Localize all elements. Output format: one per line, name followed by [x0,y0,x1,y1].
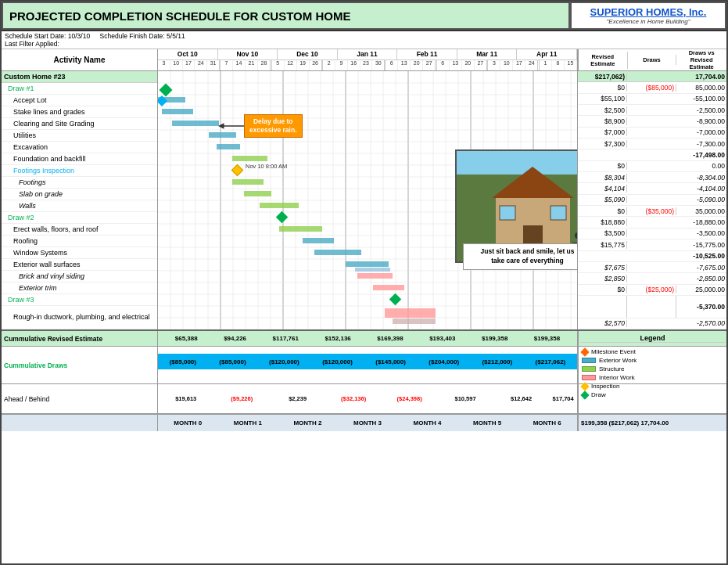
row-utilities: Utilities [2,130,157,142]
row-foundation: Foundation and backfill [2,153,157,165]
row-rough-in: Rough-in ductwork, plumbing, and electri… [2,306,157,329]
cum-val-0: $65,388 [175,335,198,342]
svg-rect-84 [550,206,566,220]
company-name: SUPERIOR HOMES, Inc. [590,6,707,18]
month-nov: Nov 10 [218,49,278,59]
legend-structure: Structure [599,365,624,372]
cum-val-5: $193,403 [429,335,455,342]
svg-rect-61 [209,132,236,138]
footer-month3: MONTH 3 [353,419,382,426]
legend-milestone: Milestone Event [591,348,636,355]
legend-title: Legend [580,334,725,343]
svg-rect-74 [385,308,436,318]
draws-vs-revised-header: Draws vsRevisedEstimate [676,48,726,72]
row-draw1: Draw #1 [2,83,157,95]
cum-val-3: $152,136 [325,335,350,342]
svg-rect-71 [355,268,390,272]
cum-val-2: $117,761 [273,335,299,342]
month-oct: Oct 10 [158,49,218,59]
row-draw3: Draw #3 [2,294,157,306]
svg-rect-69 [314,250,361,255]
company-tagline: "Excellence in Home Building" [606,18,690,25]
row-ext-trim: Exterior trim [2,282,157,294]
svg-rect-59 [162,109,193,114]
footer-month0: MONTH 0 [174,419,202,426]
row-windows: Window Systems [2,247,157,259]
month-feb: Feb 11 [397,49,457,59]
cumulative-label: Cummulative Revised Estimate [2,331,158,346]
company-header: SUPERIOR HOMES, Inc. "Excellence in Home… [570,2,726,30]
cum-val-1: $94,226 [224,335,246,342]
svg-rect-72 [357,273,393,279]
footer-month4: MONTH 4 [414,419,442,426]
row-erect: Erect walls, floors, and roof [2,224,157,236]
legend-interior: Interior Work [599,374,635,381]
row-draw2: Draw #2 [2,212,157,224]
svg-rect-65 [244,191,271,196]
row-accept-lot: Accept Lot [2,95,157,106]
svg-rect-63 [232,156,267,161]
cum-val-4: $169,398 [377,335,403,342]
month-dec: Dec 10 [278,49,338,59]
callout-smile: Just sit back and smile, let ustake care… [463,243,578,270]
svg-rect-58 [158,97,185,103]
footer-month1: MONTH 1 [234,419,262,426]
row-slab: Slab on grade [2,189,157,200]
row-clearing: Clearing and Site Grading [2,118,157,130]
row-excavation: Excavation [2,142,157,153]
row-footings-inspection: Footings Inspection [2,165,157,177]
last-filter: Last Filter Applied: [5,40,59,48]
svg-rect-60 [172,121,219,126]
svg-rect-62 [217,144,240,149]
activity-name-header: Activity Name [2,49,158,70]
footer-totals: $199,358 ($217,062) 17,704.00 [578,415,726,431]
revised-estimate-header: RevisedEstimate [579,52,628,69]
legend-exterior: Exterior Work [599,357,637,364]
svg-rect-68 [303,238,334,243]
month-jan: Jan 11 [338,49,398,59]
draws-header: Draws [628,55,677,65]
svg-rect-83 [500,206,515,220]
footings-inspection-label: Nov 10 8:00 AM [246,163,287,170]
footer-month2: MONTH 2 [293,419,321,426]
svg-rect-64 [232,179,264,185]
row-brick: Brick and vinyl siding [2,271,157,282]
svg-rect-67 [279,226,322,232]
cum-val-6: $199,358 [482,335,507,342]
page-title: PROJECTED COMPLETION SCHEDULE FOR CUSTOM… [2,2,570,30]
footer-month5: MONTH 5 [473,419,501,426]
val-custom-revised: $217,062) [578,73,627,81]
footer-month6: MONTH 6 [533,419,561,426]
svg-rect-73 [373,285,404,290]
row-footings: Footings [2,177,157,189]
schedule-finish: Schedule Finish Date: 5/5/11 [100,32,185,40]
row-walls: Walls [2,200,157,212]
row-exterior-wall: Exterior wall surfaces [2,259,157,271]
cum-val-7: $199,358 [534,335,560,342]
svg-rect-66 [260,203,299,208]
month-mar: Mar 11 [457,49,518,59]
legend-box: Milestone Event Exterior Work Structure … [578,347,726,383]
schedule-dates: Schedule Start Date: 10/3/10 [5,32,90,40]
row-custom-home: Custom Home #23 [2,71,157,83]
row-stake: Stake lines and grades [2,106,157,118]
month-apr: Apr 11 [517,49,577,59]
svg-rect-70 [346,261,389,267]
row-roofing: Roofing [2,236,157,247]
svg-rect-75 [393,318,436,324]
callout-delay: Delay due toexcessive rain. [244,114,303,138]
val-custom-dvr: 17,704.00 [676,73,726,81]
